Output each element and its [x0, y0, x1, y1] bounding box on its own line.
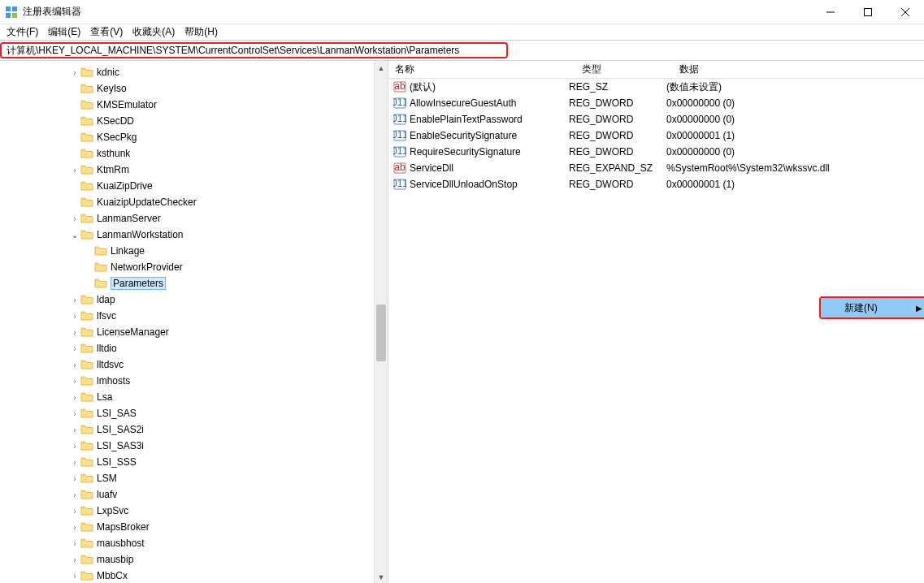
value-list[interactable]: ab(默认)REG_SZ(数值未设置)011AllowInsecureGuest… [388, 79, 924, 192]
chevron-right-icon[interactable]: › [69, 393, 80, 402]
chevron-right-icon[interactable]: › [69, 555, 80, 564]
tree-node[interactable]: ›LicenseManager [0, 324, 388, 340]
chevron-right-icon[interactable]: › [69, 572, 80, 581]
tree-node[interactable]: ›luafv [0, 486, 388, 503]
value-row[interactable]: abServiceDllREG_EXPAND_SZ%SystemRoot%\Sy… [388, 160, 924, 176]
tree-node[interactable]: Linkage [0, 243, 388, 259]
chevron-right-icon[interactable]: › [69, 409, 80, 418]
tree-node-label: lfsvc [97, 310, 116, 322]
menu-view[interactable]: 查看(V) [90, 25, 123, 39]
tree-node-label: LanmanWorkstation [97, 229, 184, 240]
scroll-thumb[interactable] [376, 304, 386, 361]
value-data: 0x00000001 (1) [665, 130, 924, 141]
tree-scrollbar[interactable]: ▲ ▼ [374, 61, 388, 583]
value-row[interactable]: ab(默认)REG_SZ(数值未设置) [388, 79, 924, 95]
value-row[interactable]: 011AllowInsecureGuestAuthREG_DWORD0x0000… [388, 95, 924, 111]
chevron-right-icon[interactable]: › [69, 507, 80, 516]
tree-node[interactable]: ›MapsBroker [0, 519, 388, 535]
chevron-right-icon[interactable]: › [69, 166, 80, 175]
chevron-right-icon[interactable]: › [69, 68, 80, 77]
value-row[interactable]: 011EnablePlainTextPasswordREG_DWORD0x000… [388, 111, 924, 127]
svg-text:011: 011 [393, 178, 406, 189]
scroll-up-icon[interactable]: ▲ [375, 61, 388, 75]
tree-node[interactable]: ›LSI_SSS [0, 454, 388, 470]
chevron-right-icon[interactable]: › [69, 214, 80, 223]
tree-node[interactable]: ›mausbhost [0, 535, 388, 551]
tree-node[interactable]: Parameters [0, 275, 388, 292]
menu-help[interactable]: 帮助(H) [184, 25, 218, 39]
tree-node-label: lltdsvc [97, 359, 124, 370]
value-name: AllowInsecureGuestAuth [410, 97, 516, 109]
value-name: EnableSecuritySignature [410, 130, 517, 141]
folder-icon [80, 359, 93, 370]
tree-node[interactable]: ›MbbCx [0, 568, 388, 583]
header-name[interactable]: 名称 [388, 63, 575, 76]
tree-node[interactable]: KeyIso [0, 80, 388, 97]
tree-node[interactable]: ›LSM [0, 470, 388, 486]
tree-node[interactable]: ›kdnic [0, 64, 388, 80]
tree-node-label: KtmRm [97, 164, 129, 175]
tree-node-label: KeyIso [97, 83, 127, 94]
chevron-right-icon[interactable]: › [69, 458, 80, 467]
tree-node[interactable]: ›ldap [0, 292, 388, 308]
maximize-button[interactable] [849, 0, 887, 24]
tree-node[interactable]: ›LSI_SAS [0, 405, 388, 421]
tree-node[interactable]: ›mausbip [0, 551, 388, 568]
menu-edit[interactable]: 编辑(E) [48, 25, 80, 39]
tree-node[interactable]: ›LSI_SAS3i [0, 438, 388, 454]
chevron-right-icon[interactable]: › [69, 490, 80, 499]
close-button[interactable] [887, 0, 924, 24]
list-header: 名称 类型 数据 [388, 61, 924, 79]
chevron-right-icon[interactable]: › [69, 425, 80, 434]
minimize-button[interactable] [812, 0, 849, 24]
tree-node[interactable]: ›lfsvc [0, 308, 388, 324]
value-row[interactable]: 011RequireSecuritySignatureREG_DWORD0x00… [388, 144, 924, 160]
chevron-right-icon[interactable]: › [69, 361, 80, 369]
folder-icon [80, 554, 93, 565]
header-data[interactable]: 数据 [673, 63, 924, 76]
tree-node[interactable]: ›lmhosts [0, 373, 388, 389]
tree-node[interactable]: ›LxpSvc [0, 503, 388, 519]
tree-node[interactable]: KMSEmulator [0, 97, 388, 113]
chevron-right-icon[interactable]: › [69, 296, 80, 304]
tree-node-label: LSI_SAS [97, 408, 137, 419]
registry-tree[interactable]: ›kdnicKeyIsoKMSEmulatorKSecDDKSecPkgksth… [0, 61, 388, 583]
tree-node[interactable]: ›LanmanServer [0, 210, 388, 227]
tree-node[interactable]: KSecPkg [0, 129, 388, 145]
chevron-right-icon[interactable]: › [69, 539, 80, 548]
chevron-down-icon[interactable]: ⌄ [69, 231, 80, 240]
tree-node[interactable]: ›lltdsvc [0, 356, 388, 373]
scroll-down-icon[interactable]: ▼ [375, 570, 388, 583]
value-row[interactable]: 011ServiceDllUnloadOnStopREG_DWORD0x0000… [388, 176, 924, 192]
menu-favorites[interactable]: 收藏夹(A) [132, 25, 175, 39]
tree-node[interactable]: ⌄LanmanWorkstation [0, 227, 388, 243]
tree-node[interactable]: ›LSI_SAS2i [0, 421, 388, 438]
tree-node[interactable]: KuaiZipDrive [0, 178, 388, 194]
chevron-right-icon[interactable]: › [69, 377, 80, 386]
chevron-right-icon[interactable]: › [69, 312, 80, 321]
folder-icon [80, 473, 93, 484]
window-title: 注册表编辑器 [23, 5, 812, 19]
header-type[interactable]: 类型 [575, 63, 673, 76]
tree-node[interactable]: ›KtmRm [0, 162, 388, 178]
tree-node[interactable]: NetworkProvider [0, 259, 388, 275]
chevron-right-icon[interactable]: › [69, 328, 80, 337]
tree-node[interactable]: ›lltdio [0, 340, 388, 356]
tree-node[interactable]: ›Lsa [0, 389, 388, 405]
folder-icon [94, 278, 107, 289]
tree-node[interactable]: KSecDD [0, 113, 388, 129]
binary-value-icon: 011 [393, 178, 406, 191]
main-split: ›kdnicKeyIsoKMSEmulatorKSecDDKSecPkgksth… [0, 61, 924, 583]
value-row[interactable]: 011EnableSecuritySignatureREG_DWORD0x000… [388, 127, 924, 144]
chevron-right-icon[interactable]: › [69, 442, 80, 451]
chevron-right-icon[interactable]: › [69, 523, 80, 532]
ctx-new[interactable]: 新建(N) ▶ [822, 299, 924, 317]
tree-node[interactable]: ksthunk [0, 145, 388, 162]
chevron-right-icon[interactable]: › [69, 474, 80, 483]
menu-file[interactable]: 文件(F) [7, 25, 38, 39]
folder-icon [80, 505, 93, 516]
tree-node[interactable]: KuaizipUpdateChecker [0, 194, 388, 210]
address-bar[interactable]: 计算机\HKEY_LOCAL_MACHINE\SYSTEM\CurrentCon… [0, 42, 508, 58]
svg-rect-1 [12, 6, 17, 11]
chevron-right-icon[interactable]: › [69, 344, 80, 353]
